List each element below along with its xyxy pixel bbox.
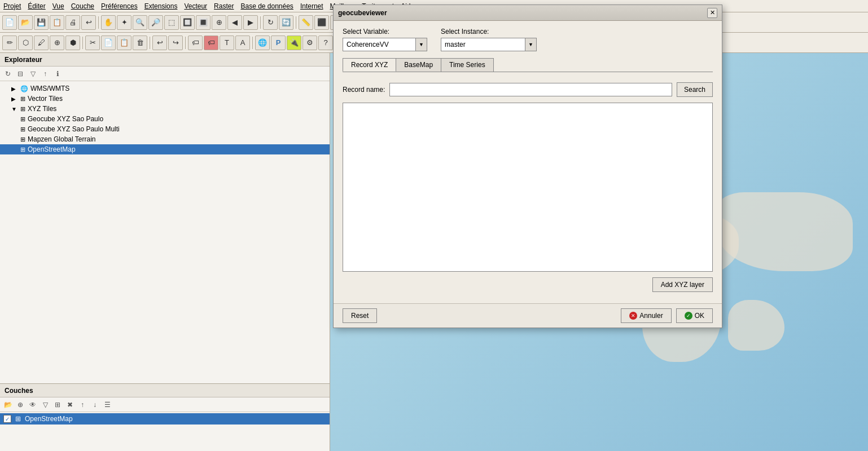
tree-item-saopaulo-multi[interactable]: ⊞ Geocube XYZ Sao Paulo Multi (0, 124, 330, 134)
ok-icon: ✓ (685, 312, 692, 320)
tab-time-series[interactable]: Time Series (441, 58, 494, 72)
cancel-icon: ✕ (629, 312, 637, 320)
cut-btn[interactable]: ✂ (85, 36, 100, 50)
tree-item-saopaulo[interactable]: ⊞ Geocube XYZ Sao Paulo (0, 114, 330, 124)
tree-item-vector-tiles[interactable]: ▶ ⊞ Vector Tiles (0, 94, 330, 104)
instance-combo[interactable]: master ▼ (441, 38, 537, 51)
digitize-btn[interactable]: ✏ (2, 36, 17, 50)
add-xyz-button[interactable]: Add XYZ layer (652, 277, 713, 292)
tab-basemap[interactable]: BaseMap (396, 58, 441, 72)
menu-couche[interactable]: Couche (71, 2, 94, 10)
layer-up-btn[interactable]: ↑ (77, 399, 88, 410)
zoom-in-btn[interactable]: 🔍 (133, 15, 147, 30)
search-button[interactable]: Search (677, 82, 713, 97)
identify-btn[interactable]: ✦ (117, 15, 131, 30)
instance-field-group: Select Instance: master ▼ (441, 28, 537, 51)
tab-record-xyz[interactable]: Record XYZ (343, 58, 396, 72)
layer-down-btn[interactable]: ↓ (89, 399, 100, 410)
vector-label: Vector Tiles (28, 95, 63, 103)
area-btn[interactable]: ⬛ (314, 15, 329, 30)
topol-btn[interactable]: ⬢ (65, 36, 80, 50)
tree-item-wms[interactable]: ▶ 🌐 WMS/WMTS (0, 83, 330, 94)
print-btn[interactable]: 🖨 (65, 15, 80, 30)
copy-btn[interactable]: 📄 (101, 36, 116, 50)
info-btn[interactable]: ℹ (52, 68, 63, 79)
menu-extensions[interactable]: Extensions (144, 2, 178, 10)
tree-item-mapzen[interactable]: ⊞ Mapzen Global Terrain (0, 134, 330, 144)
layer-checkbox[interactable]: ✓ (3, 415, 11, 423)
pan-btn[interactable]: ✋ (101, 15, 116, 30)
zoom-extent-btn[interactable]: 🔲 (180, 15, 195, 30)
open-project-btn[interactable]: 📂 (18, 15, 33, 30)
globe-btn[interactable]: 🌐 (255, 36, 270, 50)
zoom-box-btn[interactable]: ⬚ (164, 15, 179, 30)
osm-icon: ⊞ (20, 146, 25, 153)
layer-osm-label: OpenStreetMap (25, 415, 73, 423)
undo2-btn[interactable]: ↩ (152, 36, 167, 50)
add-layer-btn[interactable]: ⊕ (15, 399, 26, 410)
menu-base-donnees[interactable]: Base de données (240, 2, 293, 10)
menu-projet[interactable]: Projet (3, 2, 21, 10)
cancel-button[interactable]: ✕ Annuler (621, 308, 671, 323)
dialog-close-button[interactable]: ✕ (707, 8, 717, 18)
menu-raster[interactable]: Raster (214, 2, 234, 10)
paste-btn[interactable]: 📋 (117, 36, 131, 50)
annotate-btn[interactable]: A (235, 36, 250, 50)
xyz-icon: ⊞ (20, 105, 25, 113)
menu-preferences[interactable]: Préférences (101, 2, 138, 10)
plugin-btn[interactable]: 🔌 (287, 36, 301, 50)
variable-field-group: Select Variable: CoherenceVV ▼ (343, 28, 427, 51)
redo2-btn[interactable]: ↪ (168, 36, 183, 50)
tree-item-osm[interactable]: ⊞ OpenStreetMap (0, 144, 330, 154)
filter-btn[interactable]: ▽ (27, 68, 38, 79)
explorateur-title: Explorateur (0, 53, 330, 67)
zoom-out-btn[interactable]: 🔎 (148, 15, 163, 30)
mapzen-icon: ⊞ (20, 136, 25, 143)
layer-panel-btn[interactable]: ☰ (102, 399, 113, 410)
couche-osm[interactable]: ✓ ⊞ OpenStreetMap (0, 413, 330, 425)
collapse-btn[interactable]: ⊟ (15, 68, 26, 79)
help-btn[interactable]: ? (318, 36, 333, 50)
up-btn[interactable]: ↑ (40, 68, 51, 79)
refresh-btn[interactable]: 🔄 (279, 15, 293, 30)
delete-btn[interactable]: 🗑 (133, 36, 147, 50)
menu-vecteur[interactable]: Vecteur (184, 2, 207, 10)
explorateur-label: Explorateur (5, 56, 42, 64)
group-btn[interactable]: ⊞ (52, 399, 63, 410)
footer-right: ✕ Annuler ✓ OK (621, 308, 713, 323)
menu-vue[interactable]: Vue (52, 2, 64, 10)
node-btn[interactable]: ⬡ (18, 36, 33, 50)
label2-btn[interactable]: 🏷 (204, 36, 218, 50)
record-name-input[interactable] (389, 83, 672, 96)
zoom-selection-btn[interactable]: 🔳 (196, 15, 211, 30)
label3-btn[interactable]: T (220, 36, 234, 50)
save-project-btn[interactable]: 💾 (34, 15, 49, 30)
zoom-full-btn[interactable]: ⊕ (212, 15, 226, 30)
label-btn[interactable]: 🏷 (188, 36, 203, 50)
new-project-btn[interactable]: 📄 (2, 15, 17, 30)
refresh-explorer-btn[interactable]: ↻ (2, 68, 14, 79)
zoom-last-btn[interactable]: ◀ (227, 15, 242, 30)
ruler-btn[interactable]: 📏 (299, 15, 313, 30)
variable-combo[interactable]: CoherenceVV ▼ (343, 38, 427, 51)
undo-btn[interactable]: ↩ (81, 15, 96, 30)
tree-item-xyz-tiles[interactable]: ▼ ⊞ XYZ Tiles (0, 104, 330, 114)
remove-layer-btn[interactable]: ✖ (64, 399, 76, 410)
geocube-btn[interactable]: ⚙ (303, 36, 317, 50)
open-layer-btn[interactable]: 📂 (2, 399, 14, 410)
results-listbox[interactable] (343, 103, 713, 272)
menu-editer[interactable]: Éditer (28, 2, 45, 10)
reset-button[interactable]: Reset (343, 308, 377, 323)
saopaulo-multi-icon: ⊞ (20, 126, 25, 133)
ok-button[interactable]: ✓ OK (676, 308, 713, 323)
python-btn[interactable]: P (271, 36, 286, 50)
menu-internet[interactable]: Internet (300, 2, 323, 10)
rotate-btn[interactable]: ↻ (263, 15, 278, 30)
edit-btn[interactable]: 🖊 (34, 36, 49, 50)
snapping-btn[interactable]: ⊕ (50, 36, 64, 50)
couches-section: Couches 📂 ⊕ 👁 ▽ ⊞ ✖ ↑ ↓ ☰ ✓ ⊞ OpenStreet… (0, 383, 330, 451)
zoom-next-btn[interactable]: ▶ (243, 15, 258, 30)
filter-layer-btn[interactable]: ▽ (40, 399, 51, 410)
save-as-btn[interactable]: 📋 (50, 15, 64, 30)
show-layer-btn[interactable]: 👁 (27, 399, 38, 410)
